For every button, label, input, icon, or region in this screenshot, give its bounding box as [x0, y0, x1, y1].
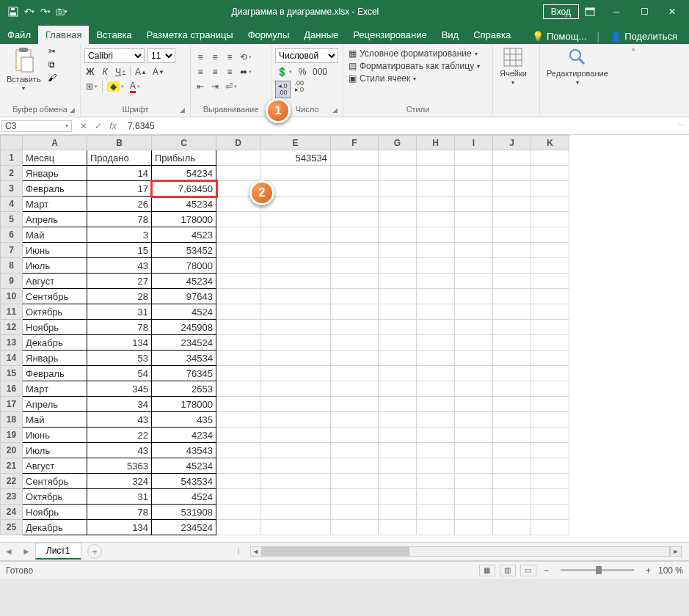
- cell[interactable]: [260, 458, 331, 474]
- cell[interactable]: [455, 474, 493, 489]
- cell[interactable]: [260, 212, 331, 227]
- col-header[interactable]: D: [216, 136, 260, 150]
- cell[interactable]: [379, 351, 417, 366]
- cell[interactable]: [331, 181, 379, 197]
- cell[interactable]: [493, 304, 531, 320]
- select-all-corner[interactable]: [1, 136, 23, 150]
- tab-formulas[interactable]: Формулы: [241, 26, 297, 44]
- cell[interactable]: [493, 474, 531, 489]
- cell[interactable]: [417, 489, 455, 505]
- cell[interactable]: [493, 443, 531, 458]
- cell[interactable]: Прибыль: [152, 150, 216, 166]
- cell[interactable]: [531, 258, 569, 274]
- cell[interactable]: [493, 243, 531, 258]
- conditional-formatting-button[interactable]: ▦Условное форматирование▾: [349, 48, 480, 59]
- row-header[interactable]: 4: [1, 197, 23, 212]
- wrap-text-icon[interactable]: ⏎: [224, 81, 238, 92]
- cell[interactable]: [379, 197, 417, 212]
- cell[interactable]: [493, 150, 531, 166]
- cell[interactable]: [455, 166, 493, 181]
- cell[interactable]: [493, 366, 531, 381]
- col-header[interactable]: K: [531, 136, 569, 150]
- cell[interactable]: [216, 227, 260, 243]
- cell[interactable]: 178000: [152, 397, 216, 412]
- cell[interactable]: [493, 489, 531, 505]
- tab-file[interactable]: Файл: [0, 26, 38, 44]
- cell[interactable]: [493, 258, 531, 274]
- cell[interactable]: Июль: [23, 258, 87, 274]
- cell[interactable]: [531, 274, 569, 289]
- cell[interactable]: [379, 412, 417, 428]
- align-top-icon[interactable]: ≡: [194, 51, 206, 63]
- cell[interactable]: [493, 381, 531, 397]
- col-header[interactable]: B: [87, 136, 152, 150]
- cell[interactable]: 245908: [152, 320, 216, 335]
- cell[interactable]: [455, 197, 493, 212]
- row-header[interactable]: 25: [1, 520, 23, 535]
- cell[interactable]: [331, 258, 379, 274]
- cell[interactable]: [455, 335, 493, 351]
- cell[interactable]: [216, 505, 260, 520]
- col-header[interactable]: H: [417, 136, 455, 150]
- merge-icon[interactable]: ⬌: [238, 66, 253, 78]
- cell[interactable]: [260, 489, 331, 505]
- undo-icon[interactable]: ↶▾: [23, 6, 35, 18]
- row-header[interactable]: 13: [1, 335, 23, 351]
- row-header[interactable]: 6: [1, 227, 23, 243]
- camera-icon[interactable]: ▾: [56, 6, 68, 18]
- cell[interactable]: [260, 428, 331, 443]
- cell[interactable]: 43543: [152, 443, 216, 458]
- cell[interactable]: 14: [87, 166, 152, 181]
- horizontal-scrollbar[interactable]: [262, 546, 670, 557]
- cell[interactable]: 97643: [152, 289, 216, 304]
- copy-icon[interactable]: ⧉: [45, 59, 59, 70]
- view-page-break-icon[interactable]: ▭: [520, 565, 536, 576]
- cell[interactable]: [379, 335, 417, 351]
- cell[interactable]: [493, 274, 531, 289]
- cell[interactable]: [379, 458, 417, 474]
- cell[interactable]: [379, 243, 417, 258]
- cell[interactable]: [260, 289, 331, 304]
- format-painter-icon[interactable]: 🖌: [45, 72, 59, 84]
- decrease-font-icon[interactable]: A▼: [151, 66, 166, 78]
- cell[interactable]: [455, 366, 493, 381]
- cell[interactable]: [331, 474, 379, 489]
- cell[interactable]: [331, 166, 379, 181]
- cell[interactable]: [331, 227, 379, 243]
- col-header[interactable]: E: [260, 136, 331, 150]
- cell[interactable]: 2653: [152, 381, 216, 397]
- save-icon[interactable]: [7, 6, 19, 18]
- cell[interactable]: [455, 489, 493, 505]
- cell[interactable]: [216, 381, 260, 397]
- cell[interactable]: [216, 351, 260, 366]
- cell[interactable]: [531, 289, 569, 304]
- cell[interactable]: Октябрь: [23, 304, 87, 320]
- cell[interactable]: [216, 412, 260, 428]
- cell[interactable]: [216, 520, 260, 535]
- tab-home[interactable]: Главная: [38, 26, 89, 44]
- cell[interactable]: [417, 474, 455, 489]
- cell[interactable]: 31: [87, 304, 152, 320]
- cell[interactable]: [417, 243, 455, 258]
- cell[interactable]: [379, 320, 417, 335]
- cell[interactable]: 43: [87, 443, 152, 458]
- add-sheet-button[interactable]: ＋: [87, 544, 102, 559]
- cell[interactable]: [260, 227, 331, 243]
- cell[interactable]: [216, 212, 260, 227]
- cell[interactable]: [331, 489, 379, 505]
- tell-me[interactable]: 💡Помощ...: [528, 29, 591, 44]
- scroll-right-button[interactable]: ►: [670, 546, 682, 557]
- cell[interactable]: [417, 366, 455, 381]
- row-header[interactable]: 19: [1, 428, 23, 443]
- cell[interactable]: [260, 304, 331, 320]
- cell[interactable]: [455, 258, 493, 274]
- cell[interactable]: [216, 243, 260, 258]
- cell[interactable]: [417, 197, 455, 212]
- cell[interactable]: [260, 366, 331, 381]
- cell[interactable]: [417, 212, 455, 227]
- cell[interactable]: 22: [87, 428, 152, 443]
- cell[interactable]: [379, 289, 417, 304]
- cell[interactable]: [531, 412, 569, 428]
- cell[interactable]: [216, 258, 260, 274]
- cell[interactable]: [260, 443, 331, 458]
